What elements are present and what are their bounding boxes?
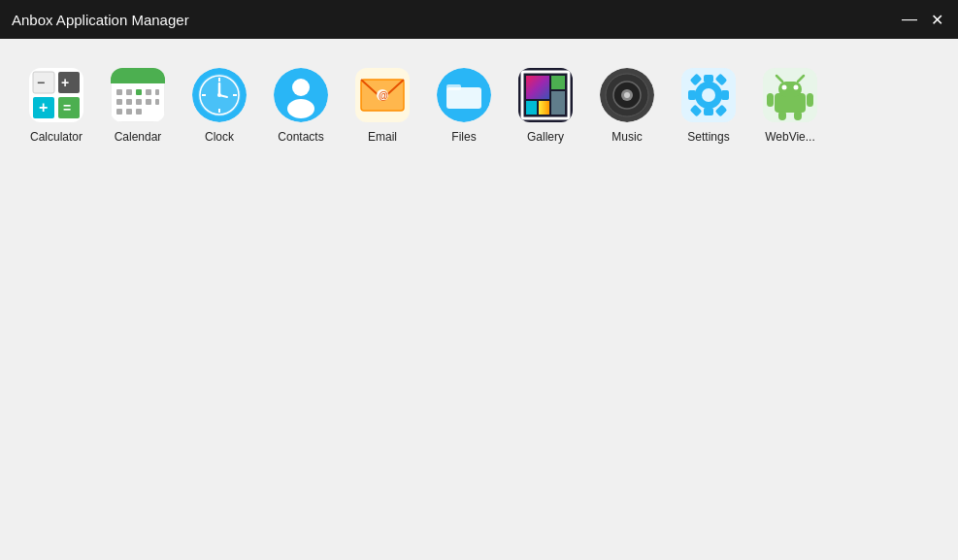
svg-point-33 [217, 93, 221, 97]
calculator-icon: − + + = [29, 68, 83, 122]
svg-point-72 [794, 85, 799, 90]
app-item-calculator[interactable]: − + + = Calculator [16, 58, 97, 153]
app-item-music[interactable]: Music [586, 58, 668, 153]
clock-icon [192, 68, 247, 122]
gallery-label: Gallery [527, 130, 564, 144]
app-item-contacts[interactable]: Contacts [260, 58, 342, 153]
files-icon [437, 68, 491, 122]
svg-rect-70 [778, 82, 802, 97]
clock-label: Clock [205, 130, 234, 144]
minimize-button[interactable]: — [900, 10, 919, 29]
svg-rect-44 [446, 84, 461, 90]
window-controls: — ✕ [900, 10, 946, 29]
svg-rect-16 [116, 99, 122, 105]
svg-rect-50 [551, 91, 565, 115]
app-item-webview[interactable]: WebVie... [749, 58, 831, 153]
svg-rect-47 [526, 101, 537, 115]
svg-rect-22 [126, 109, 132, 115]
webview-label: WebVie... [765, 130, 815, 144]
svg-point-36 [287, 99, 314, 118]
calendar-icon [111, 68, 165, 122]
svg-text:+: + [61, 75, 69, 90]
svg-point-71 [782, 85, 787, 90]
svg-rect-23 [136, 109, 142, 115]
svg-rect-12 [126, 89, 132, 95]
settings-label: Settings [687, 130, 729, 144]
svg-point-35 [292, 79, 310, 96]
app-item-email[interactable]: @ Email [342, 58, 423, 153]
svg-point-67 [702, 88, 715, 102]
svg-rect-15 [155, 89, 159, 95]
svg-rect-13 [136, 89, 142, 95]
svg-rect-20 [155, 99, 159, 105]
svg-text:+: + [39, 99, 48, 115]
svg-text:=: = [63, 100, 71, 115]
email-icon: @ [355, 68, 410, 122]
files-label: Files [451, 130, 476, 144]
svg-rect-60 [688, 90, 696, 100]
calculator-label: Calculator [30, 130, 83, 144]
svg-rect-43 [446, 87, 481, 109]
svg-rect-77 [778, 111, 786, 120]
svg-rect-10 [111, 68, 165, 83]
close-button[interactable]: ✕ [927, 10, 946, 29]
svg-point-56 [624, 92, 630, 98]
app-title: Anbox Application Manager [12, 12, 189, 28]
svg-rect-21 [116, 109, 122, 115]
contacts-icon [274, 68, 328, 122]
app-item-settings[interactable]: Settings [668, 58, 749, 153]
app-grid: − + + = Calculator [0, 39, 958, 173]
app-item-clock[interactable]: Clock [179, 58, 260, 153]
svg-rect-58 [704, 75, 713, 82]
svg-rect-75 [767, 93, 774, 107]
music-label: Music [611, 130, 642, 144]
app-item-gallery[interactable]: Gallery [505, 58, 586, 153]
gallery-icon [518, 68, 573, 122]
svg-rect-78 [794, 111, 802, 120]
music-icon [600, 68, 654, 122]
svg-rect-46 [526, 76, 549, 99]
svg-rect-59 [704, 108, 713, 115]
svg-text:−: − [37, 75, 45, 90]
svg-rect-48 [539, 101, 549, 115]
svg-rect-61 [721, 90, 729, 100]
title-bar: Anbox Application Manager — ✕ [0, 0, 958, 39]
svg-rect-14 [146, 89, 151, 95]
svg-rect-17 [126, 99, 132, 105]
svg-rect-76 [807, 93, 813, 107]
calendar-label: Calendar [115, 130, 162, 144]
webview-icon [763, 68, 817, 122]
svg-rect-11 [116, 89, 122, 95]
app-item-calendar[interactable]: Calendar [97, 58, 179, 153]
app-item-files[interactable]: Files [423, 58, 505, 153]
svg-rect-49 [551, 76, 565, 89]
svg-rect-18 [136, 99, 142, 105]
contacts-label: Contacts [278, 130, 323, 144]
svg-text:@: @ [379, 90, 388, 101]
email-label: Email [368, 130, 397, 144]
svg-rect-19 [146, 99, 151, 105]
settings-icon [681, 68, 736, 122]
